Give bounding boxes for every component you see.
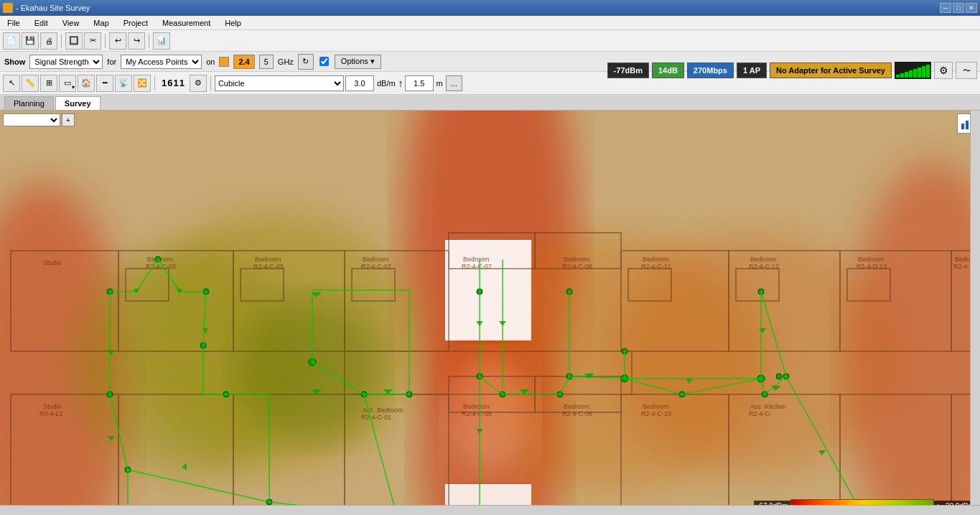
map-zoom-select[interactable] bbox=[3, 113, 60, 126]
attenuation-input[interactable] bbox=[345, 75, 374, 91]
map-mini-toolbar: + bbox=[3, 113, 75, 126]
ghz-label: GHz bbox=[278, 57, 294, 66]
close-btn[interactable]: ✕ bbox=[966, 3, 977, 13]
for-label: for bbox=[107, 57, 116, 66]
new-btn[interactable]: 📄 bbox=[3, 32, 20, 50]
wall-btn[interactable]: ━ bbox=[96, 75, 113, 92]
bar5 bbox=[913, 69, 917, 78]
print-btn[interactable]: 🖨 bbox=[40, 32, 57, 50]
more-btn[interactable]: ... bbox=[446, 75, 462, 91]
survey-btn[interactable]: 🔀 bbox=[134, 75, 151, 92]
undo-btn[interactable]: ↩ bbox=[109, 32, 126, 50]
scale-settings-btn[interactable]: ⚙ bbox=[190, 75, 207, 92]
signal-badge: -77dBm bbox=[607, 62, 649, 78]
arrow-up: ↑ bbox=[398, 78, 403, 89]
menu-file[interactable]: File bbox=[3, 18, 24, 28]
cut-btn[interactable]: ✂ bbox=[84, 32, 101, 50]
chart-btn[interactable]: 📊 bbox=[153, 32, 170, 50]
tab-survey[interactable]: Survey bbox=[55, 96, 101, 110]
adapter-badge: No Adapter for Active Survey bbox=[770, 62, 892, 78]
on-label: on bbox=[206, 57, 215, 66]
svg-rect-123 bbox=[966, 121, 969, 129]
measure-btn[interactable]: 📏 bbox=[22, 75, 39, 92]
sep-t2 bbox=[154, 76, 155, 91]
tabs: Planning Survey bbox=[0, 95, 980, 111]
bar6 bbox=[918, 68, 921, 78]
map-area[interactable]: Studio Bedroom R2-4-C-03 Bedroom R2-4-C-… bbox=[0, 111, 980, 515]
map-add-btn[interactable]: + bbox=[62, 113, 75, 126]
tab-planning[interactable]: Planning bbox=[4, 96, 54, 110]
settings-btn[interactable]: ⚙ bbox=[934, 62, 953, 79]
bar3 bbox=[905, 72, 908, 78]
signal-type-select[interactable]: Signal Strength Data Rate SNR bbox=[29, 55, 103, 69]
bar7 bbox=[922, 66, 925, 78]
sep2 bbox=[105, 34, 106, 48]
menu-measurement[interactable]: Measurement bbox=[158, 18, 215, 28]
bar1 bbox=[896, 75, 900, 78]
signal-bars bbox=[895, 62, 931, 79]
svg-point-12 bbox=[447, 355, 533, 470]
menu-view[interactable]: View bbox=[58, 18, 84, 28]
color-indicator bbox=[219, 57, 229, 67]
show-checkbox[interactable] bbox=[319, 57, 329, 66]
box-btn[interactable]: ▭▾ bbox=[59, 75, 76, 92]
menu-project[interactable]: Project bbox=[119, 18, 152, 28]
freq-5-btn[interactable]: 5 bbox=[259, 55, 274, 69]
menu-help[interactable]: Help bbox=[220, 18, 246, 28]
menu-map[interactable]: Map bbox=[89, 18, 113, 28]
room-type-select[interactable]: Cubicle Office Hallway bbox=[215, 75, 344, 91]
title-bar: - Ekahau Site Survey ─ □ ✕ bbox=[0, 0, 980, 16]
wave-btn[interactable]: 〜 bbox=[956, 62, 977, 79]
menu-edit[interactable]: Edit bbox=[30, 18, 52, 28]
svg-rect-10 bbox=[445, 240, 531, 340]
save-btn[interactable]: 💾 bbox=[22, 32, 39, 50]
scale-label: 1611 bbox=[159, 78, 188, 88]
freq-2.4-btn[interactable]: 2.4 bbox=[233, 55, 254, 69]
bar4 bbox=[909, 70, 913, 78]
bar8 bbox=[926, 65, 930, 78]
svg-point-9 bbox=[610, 233, 897, 477]
scrollbar-bottom[interactable] bbox=[0, 505, 980, 515]
aps-badge: 1 AP bbox=[737, 62, 767, 78]
menu-bar: File Edit View Map Project Measurement H… bbox=[0, 16, 980, 30]
access-points-select[interactable]: My Access Points bbox=[121, 55, 202, 69]
cursor-btn[interactable]: ↖ bbox=[3, 75, 20, 92]
show-label: Show bbox=[4, 57, 25, 66]
options-btn[interactable]: Options ▾ bbox=[335, 55, 381, 69]
bar2 bbox=[900, 73, 904, 78]
sep-t2-2 bbox=[210, 76, 211, 91]
scrollbar-right[interactable] bbox=[970, 111, 980, 515]
status-bar-top: -77dBm 14dB 270Mbps 1 AP No Adapter for … bbox=[607, 60, 977, 80]
svg-rect-122 bbox=[961, 124, 964, 129]
height-input[interactable] bbox=[405, 75, 434, 91]
speed-badge: 270Mbps bbox=[687, 62, 734, 78]
heatmap bbox=[0, 111, 980, 515]
select-btn[interactable]: 🔲 bbox=[65, 32, 83, 50]
sep3 bbox=[149, 34, 149, 48]
app-icon bbox=[3, 3, 13, 13]
maximize-btn[interactable]: □ bbox=[953, 3, 964, 13]
redo-btn[interactable]: ↪ bbox=[128, 32, 145, 50]
db-unit: dB/m bbox=[377, 79, 396, 88]
db-badge: 14dB bbox=[652, 62, 684, 78]
room-btn[interactable]: 🏠 bbox=[78, 75, 95, 92]
m-unit: m bbox=[437, 79, 443, 88]
minimize-btn[interactable]: ─ bbox=[940, 3, 951, 13]
svg-point-7 bbox=[237, 297, 381, 441]
grid-btn[interactable]: ⊞ bbox=[40, 75, 57, 92]
app-title: - Ekahau Site Survey bbox=[16, 4, 90, 12]
refresh-btn[interactable]: ↻ bbox=[298, 54, 314, 70]
ap-btn[interactable]: 📡 bbox=[115, 75, 132, 92]
sep1 bbox=[61, 34, 62, 48]
toolbar1: 📄 💾 🖨 🔲 ✂ ↩ ↪ 📊 -77dBm 14dB 270Mbps 1 AP… bbox=[0, 30, 980, 52]
